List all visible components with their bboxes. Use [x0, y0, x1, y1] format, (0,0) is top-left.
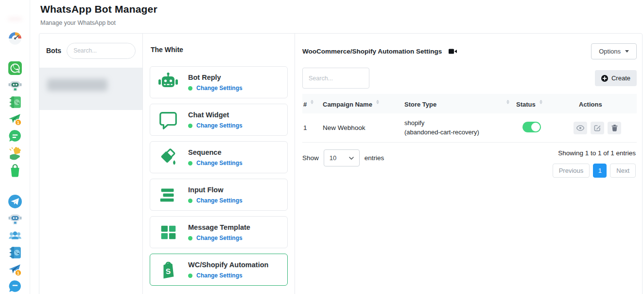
next-page-button[interactable]: Next — [610, 164, 636, 178]
column-header-store-type[interactable]: Store Type — [404, 100, 516, 108]
trash-icon — [611, 125, 618, 131]
status-dot — [188, 274, 192, 278]
automation-panel: WooCommerce/Shopify Automation Settings … — [295, 34, 643, 294]
page-subtitle: Manage your WhatsApp bot — [40, 19, 644, 26]
view-button[interactable] — [574, 122, 587, 134]
bot-list-item-selected[interactable] — [39, 68, 142, 110]
chat-widget-icon — [157, 110, 179, 130]
showing-summary: Showing 1 to 1 of 1 entries — [558, 149, 636, 157]
shopify-letter: S — [165, 267, 171, 276]
whatsapp-contacts-icon[interactable] — [8, 95, 22, 110]
app-logo-blurred — [8, 18, 22, 19]
bots-search-input[interactable] — [67, 43, 136, 59]
row-store-type: shopify (abandoned-cart-recovery) — [404, 119, 516, 136]
page-size-group: Show 10 entries — [302, 149, 384, 166]
change-settings-link[interactable]: Change Settings — [196, 235, 243, 241]
table-header-row: # Campaign Name Store Type Status — [302, 94, 637, 113]
main-area: WhatsApp Bot Manager Manage your WhatsAp… — [30, 0, 644, 294]
sort-icon — [311, 100, 313, 104]
campaign-badge: 1 — [17, 120, 19, 125]
menu-card-sequence[interactable]: Sequence Change Settings — [150, 141, 288, 173]
bots-label: Bots — [46, 47, 61, 55]
telegram-contacts-icon[interactable] — [8, 245, 22, 260]
automation-toolbar: Create — [302, 68, 637, 89]
status-dot — [188, 236, 192, 240]
change-settings-link[interactable]: Change Settings — [196, 272, 243, 279]
automation-table: # Campaign Name Store Type Status — [302, 94, 637, 143]
previous-page-button[interactable]: Previous — [553, 164, 590, 178]
telegram-bot-icon[interactable] — [8, 211, 22, 226]
shop-icon[interactable] — [8, 163, 22, 178]
menu-card-bot-reply[interactable]: Bot Reply Change Settings — [150, 66, 288, 98]
bot-menu-panel: The White — [142, 34, 295, 294]
delete-button[interactable] — [608, 122, 621, 134]
telegram-group-icon[interactable] — [8, 228, 22, 243]
input-flow-icon — [157, 184, 179, 205]
menu-card-chat-widget[interactable]: Chat Widget Change Settings — [150, 104, 288, 136]
campaign-badge: 1 — [17, 271, 19, 276]
edit-icon — [594, 125, 601, 131]
show-label: Show — [302, 154, 319, 162]
sort-icon — [540, 100, 542, 104]
create-button[interactable]: Create — [595, 70, 637, 86]
current-page-button[interactable]: 1 — [593, 164, 607, 178]
bots-panel-header: Bots — [39, 34, 142, 68]
table-search-input[interactable] — [302, 68, 369, 89]
store-type-main: shopify — [404, 119, 516, 128]
pagination-area: Showing 1 to 1 of 1 entries Previous 1 N… — [553, 149, 637, 178]
change-settings-link[interactable]: Change Settings — [196, 85, 243, 92]
change-settings-link[interactable]: Change Settings — [196, 160, 243, 166]
whatsapp-chat-icon[interactable] — [8, 129, 22, 144]
sort-icon — [376, 100, 379, 104]
options-button-label: Options — [599, 48, 621, 55]
whatsapp-icon[interactable] — [8, 61, 22, 75]
automation-header: WooCommerce/Shopify Automation Settings … — [302, 41, 637, 61]
menu-item-label: Message Template — [188, 223, 250, 231]
status-toggle-on[interactable] — [522, 122, 541, 132]
column-header-campaign-name[interactable]: Campaign Name — [323, 100, 404, 108]
page-title: WhatsApp Bot Manager — [40, 3, 644, 15]
table-row: 1 New Webhook shopify (abandoned-cart-re… — [302, 113, 637, 143]
row-campaign-name: New Webhook — [323, 124, 404, 131]
page-size-select[interactable]: 10 — [324, 149, 360, 166]
store-type-detail: (abandoned-cart-recovery) — [404, 128, 516, 137]
menu-item-label: Chat Widget — [188, 111, 229, 119]
chevron-down-icon — [349, 157, 354, 160]
status-dot — [188, 124, 192, 128]
entries-label: entries — [365, 154, 384, 162]
telegram-chat-icon[interactable] — [8, 279, 22, 294]
edit-button[interactable] — [591, 122, 604, 134]
status-dot — [188, 86, 192, 91]
automation-title: WooCommerce/Shopify Automation Settings — [302, 48, 442, 55]
pagination: Previous 1 Next — [553, 164, 636, 178]
dashboard-icon[interactable] — [8, 31, 22, 46]
telegram-icon[interactable] — [8, 194, 22, 209]
column-header-status[interactable]: Status — [516, 100, 574, 108]
menu-item-label: WC/Shopify Automation — [188, 261, 268, 269]
column-header-actions: Actions — [574, 100, 637, 108]
menu-item-label: Input Flow — [188, 186, 223, 194]
telegram-campaign-icon[interactable]: 1 — [8, 262, 22, 277]
row-index: 1 — [302, 124, 323, 131]
whatsapp-bot-icon[interactable] — [8, 78, 22, 92]
change-settings-link[interactable]: Change Settings — [196, 122, 243, 129]
bot-name-title: The White — [143, 34, 295, 54]
sequence-icon — [157, 147, 179, 168]
options-button[interactable]: Options — [591, 43, 637, 59]
bot-name-redacted — [47, 79, 107, 91]
video-camera-icon[interactable] — [449, 48, 457, 55]
menu-card-wc-shopify-automation[interactable]: S WC/Shopify Automation Change Settings — [150, 254, 288, 286]
plus-circle-icon — [601, 75, 608, 82]
integrations-icon[interactable] — [8, 146, 22, 161]
menu-card-input-flow[interactable]: Input Flow Change Settings — [150, 179, 288, 211]
menu-card-message-template[interactable]: Message Template Change Settings — [150, 216, 288, 248]
whatsapp-campaign-icon[interactable]: 1 — [8, 112, 22, 127]
eye-icon — [576, 125, 584, 131]
page-size-value: 10 — [330, 154, 336, 162]
bots-panel: Bots — [39, 34, 142, 294]
sort-icon — [506, 100, 509, 104]
change-settings-link[interactable]: Change Settings — [196, 197, 243, 204]
column-header-index[interactable]: # — [302, 100, 323, 108]
bot-reply-icon — [157, 72, 179, 93]
bot-menu-list: Bot Reply Change Settings Cha — [150, 66, 288, 286]
